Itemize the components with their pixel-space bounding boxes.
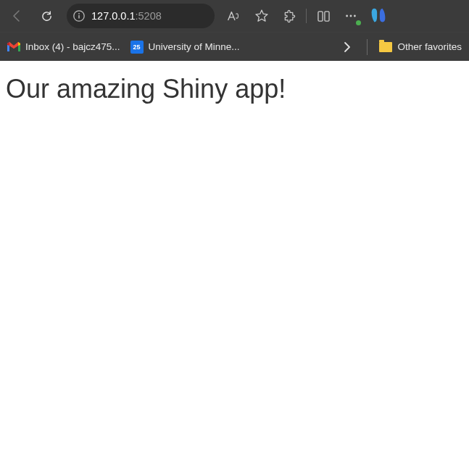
svg-point-7 [354,15,356,17]
favorite-button[interactable] [249,3,274,29]
bookmark-label: University of Minne... [149,41,240,52]
svg-rect-3 [317,11,322,20]
split-icon [317,10,331,22]
url-text: 127.0.0.1:5208 [91,10,162,22]
folder-icon [379,41,392,54]
text-size-icon [227,9,241,22]
url-port: :5208 [135,10,161,22]
bookmarks-overflow-button[interactable] [338,34,357,60]
copilot-icon [368,4,389,26]
back-button[interactable] [4,3,30,29]
page-content: Our amazing Shiny app! [0,61,469,476]
update-indicator-icon [356,20,361,25]
svg-point-1 [78,13,80,14]
more-button[interactable] [339,3,363,29]
star-icon [254,9,269,23]
more-icon [344,9,357,22]
bookmarks-bar: Inbox (4) - bajcz475... 25 University of… [0,32,469,61]
gmail-icon [7,41,20,54]
info-icon [72,9,86,22]
chevron-right-icon [341,41,353,53]
split-screen-button[interactable] [311,3,336,29]
address-bar[interactable]: 127.0.0.1:5208 [67,4,215,28]
toolbar-divider [306,9,307,23]
extensions-button[interactable] [277,3,302,29]
site-info-button[interactable] [71,8,87,24]
svg-point-5 [346,15,348,17]
refresh-icon [40,9,54,23]
read-aloud-button[interactable] [222,3,246,29]
refresh-button[interactable] [33,3,59,29]
bookmark-umn[interactable]: 25 University of Minne... [129,38,241,57]
svg-rect-2 [78,15,79,19]
svg-point-6 [350,15,352,17]
other-favorites-button[interactable]: Other favorites [378,38,463,57]
puzzle-icon [283,9,296,23]
page-title: Our amazing Shiny app! [6,74,463,104]
other-favorites-label: Other favorites [397,41,462,52]
url-host: 127.0.0.1 [91,10,135,22]
back-icon [10,9,25,23]
calendar-icon: 25 [130,41,144,54]
bookmarks-divider [367,39,368,55]
browser-toolbar: 127.0.0.1:5208 [0,0,469,32]
bookmark-label: Inbox (4) - bajcz475... [25,41,120,52]
bookmark-gmail[interactable]: Inbox (4) - bajcz475... [6,38,122,57]
svg-rect-4 [324,11,328,20]
copilot-button[interactable] [368,4,391,28]
